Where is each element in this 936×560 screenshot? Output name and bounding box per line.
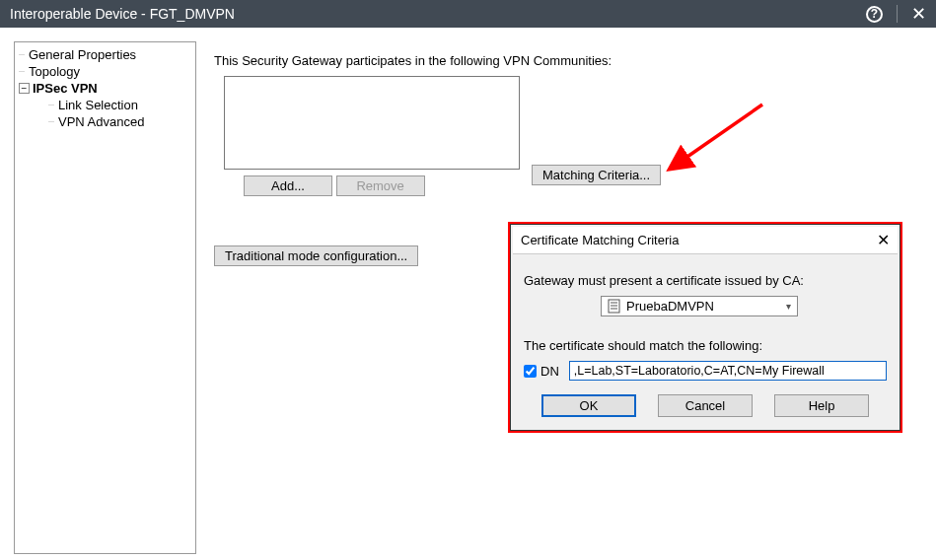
ca-instruction-text: Gateway must present a certificate issue… [524,273,887,288]
titlebar-divider [897,5,898,23]
svg-line-1 [672,105,762,168]
chevron-down-icon: ▾ [786,301,791,312]
communities-heading: This Security Gateway participates in th… [214,53,904,68]
matching-criteria-button[interactable]: Matching Criteria... [532,165,661,185]
tree-label: General Properties [29,47,136,62]
ok-button[interactable]: OK [541,394,636,417]
tree-collapse-icon[interactable]: − [19,83,30,94]
tree-label: Topology [29,64,80,79]
tree-connector-icon: ⋯ [48,117,55,124]
tree-item-general[interactable]: ⋯ General Properties [19,46,191,63]
tree-item-link-selection[interactable]: ⋯ Link Selection [19,97,191,113]
close-icon[interactable]: ✕ [911,5,926,23]
dialog-close-icon[interactable]: ✕ [877,231,890,249]
window-title: Interoperable Device - FGT_DMVPN [10,6,866,22]
dn-label: DN [540,364,559,379]
ca-select[interactable]: PruebaDMVPN ▾ [601,296,798,316]
vpn-communities-list[interactable] [224,76,520,170]
tree-item-vpn-advanced[interactable]: ⋯ VPN Advanced [19,113,191,130]
tree-item-topology[interactable]: ⋯ Topology [19,63,191,80]
dn-checkbox-wrap[interactable]: DN [524,364,559,379]
help-icon[interactable]: ? [866,6,883,23]
dn-checkbox[interactable] [524,365,537,378]
tree-connector-icon: ⋯ [19,67,26,74]
main-panel: This Security Gateway participates in th… [196,41,922,546]
tree-label: Link Selection [58,98,138,112]
tree-connector-icon: ⋯ [19,50,26,57]
match-instruction-text: The certificate should match the followi… [524,338,887,353]
annotation-arrow-icon [654,97,772,185]
tree-label: VPN Advanced [58,114,144,129]
tree-item-ipsec-vpn[interactable]: − IPSec VPN [19,80,191,97]
remove-button: Remove [336,175,425,196]
add-button[interactable]: Add... [244,175,332,196]
tree-connector-icon: ⋯ [48,101,55,107]
tree-label: IPSec VPN [33,81,98,96]
help-button[interactable]: Help [774,394,869,417]
cert-criteria-dialog: Certificate Matching Criteria ✕ Gateway … [508,222,902,433]
titlebar: Interoperable Device - FGT_DMVPN ? ✕ [0,0,936,28]
document-icon [608,299,620,314]
nav-tree: ⋯ General Properties ⋯ Topology − IPSec … [14,41,196,554]
dialog-title: Certificate Matching Criteria [521,233,877,247]
ca-selected-value: PruebaDMVPN [626,299,786,314]
traditional-mode-button[interactable]: Traditional mode configuration... [214,245,418,266]
dialog-titlebar: Certificate Matching Criteria ✕ [513,227,898,254]
dn-input[interactable] [569,361,887,381]
cancel-button[interactable]: Cancel [658,394,753,417]
